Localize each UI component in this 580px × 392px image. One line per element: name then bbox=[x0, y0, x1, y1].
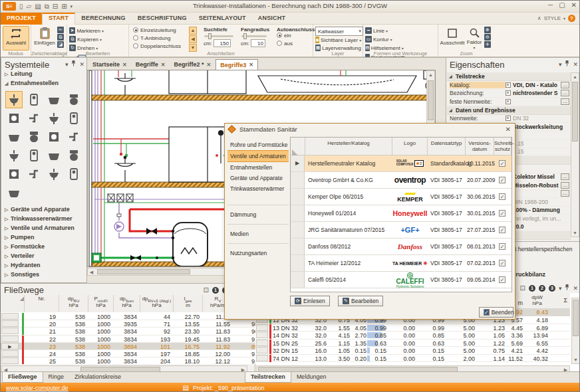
radio-aus[interactable]: aus bbox=[277, 41, 311, 49]
row-selector[interactable] bbox=[291, 239, 305, 254]
radio-t-anbindung[interactable]: T-Anbindung bbox=[133, 35, 189, 43]
fw-row-20[interactable]: 20538100039357113.5511.5598 bbox=[1, 320, 255, 328]
fw-column-header[interactable]: dpRV+Σ (Abgl.)hPa bbox=[140, 295, 174, 312]
fw-row-24[interactable]: 245381000383419718.8512.0091 bbox=[1, 350, 255, 357]
einlesen-button[interactable]: ⟳ Einlesen bbox=[290, 296, 330, 306]
manifold-icon[interactable] bbox=[5, 165, 23, 183]
cistern-icon[interactable] bbox=[65, 128, 82, 146]
property-row[interactable]: Katalog:VDI, DIN - Katalo… bbox=[447, 81, 571, 90]
column-header[interactable]: Schreib-schutz bbox=[494, 138, 511, 155]
view-3-icon[interactable]: 3 bbox=[549, 285, 555, 292]
catalog-row-7[interactable]: TA Heimeier 12/2012TA HEIMEIER ✳VDI 3805… bbox=[291, 255, 511, 272]
ellipsis-button[interactable]: … bbox=[561, 90, 569, 96]
fangradius-input[interactable] bbox=[251, 39, 265, 47]
radio-ein[interactable]: ein bbox=[277, 33, 311, 41]
ellipsis-button[interactable]: … bbox=[561, 190, 569, 197]
row-selector[interactable] bbox=[1, 357, 19, 364]
washbasin-icon[interactable] bbox=[5, 91, 23, 108]
dialog-menu-trinkwassererw-rmer[interactable]: Trinkwassererwärmer bbox=[227, 183, 289, 194]
fangradius-slider[interactable] bbox=[241, 35, 267, 37]
fw-column-header[interactable]: dpSumhPa bbox=[114, 295, 140, 312]
ts-row-13[interactable]: 13 DN 3232.01.554.050.990.000.995.001.23… bbox=[255, 324, 570, 332]
collapse-ribbon-icon[interactable]: ∧ bbox=[537, 15, 541, 21]
bottom-tab-zirkulationskreise[interactable]: Zirkulationskreise bbox=[69, 372, 126, 383]
scroll-up-icon[interactable]: ▲ bbox=[427, 71, 434, 78]
catalog-row-3[interactable]: Kemper Olpe 06/2015▰▰▰KEMPERVDI 3805-173… bbox=[291, 189, 511, 205]
bearbeiten-button[interactable]: ✎ Bearbeiten bbox=[338, 296, 383, 306]
row-selector[interactable] bbox=[1, 336, 19, 342]
chevron-down-icon[interactable]: ▾ bbox=[65, 61, 69, 68]
catalog-row-8[interactable]: Caleffi 05/2014G CALEFFIHydronic Solutio… bbox=[291, 272, 511, 288]
bottom-tab-teilstrecken[interactable]: Teilstrecken bbox=[245, 372, 291, 383]
fw-row-22[interactable]: 225381000383419319.4511.8391 bbox=[1, 336, 255, 343]
catalog-row-6[interactable]: Danfoss 08/2012DanfossVDI 3805-1708.01.2… bbox=[291, 239, 511, 255]
suchtiefe-input[interactable] bbox=[214, 39, 231, 47]
suchtiefe-slider[interactable] bbox=[204, 35, 233, 37]
row-selector[interactable]: ▶ bbox=[1, 343, 19, 349]
chevron-down-icon[interactable]: ▾ bbox=[559, 61, 562, 68]
valve-group-icon[interactable] bbox=[65, 147, 82, 164]
tab-ansicht[interactable]: ANSICHT bbox=[252, 13, 291, 25]
tree-item-entnahmestellen[interactable]: ◢Entnahmestellen bbox=[1, 80, 86, 89]
dock-icon[interactable]: ⊡ bbox=[204, 286, 209, 294]
column-header[interactable]: Logo bbox=[392, 138, 428, 155]
close-icon[interactable]: ✕ bbox=[573, 61, 578, 68]
tab-close-icon[interactable]: ✕ bbox=[161, 62, 166, 68]
tab-beschriftung[interactable]: BESCHRIFTUNG bbox=[132, 13, 193, 25]
tree-item-hydranten[interactable]: ▷Hydranten bbox=[1, 262, 86, 271]
row-selector[interactable] bbox=[291, 172, 305, 188]
wc-icon[interactable] bbox=[45, 110, 63, 127]
column-header[interactable]: Datensatztyp bbox=[428, 138, 466, 155]
ts-row-32[interactable]: 32 DN 1516.01.050.150.150.000.155.000.75… bbox=[255, 347, 570, 355]
style-selector[interactable]: ∧ STYLE ▾ ? bbox=[537, 15, 575, 22]
pedestal-basin-icon[interactable] bbox=[45, 147, 63, 164]
scroll-up-icon[interactable]: ▲ bbox=[571, 73, 579, 80]
shower-panel-icon[interactable] bbox=[25, 91, 43, 108]
bathtub-icon[interactable] bbox=[45, 91, 63, 108]
write-protect-cell[interactable]: ✓ bbox=[499, 189, 506, 205]
tree-item-pumpen[interactable]: ▷Pumpen bbox=[1, 234, 86, 243]
scroll-down-icon[interactable]: ▼ bbox=[571, 229, 579, 237]
radio-einzelzuleitung[interactable]: Einzelzuleitung bbox=[133, 27, 189, 35]
dialog-title-bar[interactable]: Stammdaten Sanitär ✕ bbox=[225, 124, 515, 136]
write-protect-cell[interactable]: ✓ bbox=[499, 155, 506, 171]
row-selector[interactable] bbox=[291, 255, 305, 271]
faktor-button[interactable]: Faktor ▾ bbox=[466, 26, 483, 50]
view-1-icon[interactable]: 1 bbox=[212, 287, 219, 294]
fw-column-header[interactable]: lgesm bbox=[174, 295, 203, 312]
write-protect-cell[interactable]: ✓ bbox=[499, 222, 506, 238]
cut-icon[interactable]: ✂ bbox=[57, 27, 64, 33]
fw-row-21[interactable]: 21538100038349223.3011.8390 bbox=[1, 328, 255, 335]
fw-row-25[interactable]: 255381000383420418.1012.1291 bbox=[1, 357, 255, 364]
linie-button[interactable]: ━Linie▾ bbox=[365, 27, 400, 35]
fw-column-header[interactable]: dpRUhPa bbox=[59, 295, 88, 312]
properties-scrollbar[interactable]: ▲ ▼ bbox=[571, 72, 579, 237]
row-selector[interactable]: ▶ bbox=[291, 155, 305, 171]
chevron-down-icon[interactable]: ▾ bbox=[559, 285, 562, 292]
dialog-menu-ger-te-und-apparate[interactable]: Geräte und Apparate bbox=[227, 173, 289, 183]
maximize-button[interactable]: ▢ bbox=[559, 1, 565, 9]
fw-row-19[interactable]: 19538100038344422.7011.289 bbox=[1, 313, 255, 320]
write-protect-cell[interactable]: ✓ bbox=[499, 172, 506, 188]
doc-tab-Begriffe[interactable]: Begriffe✕ bbox=[132, 59, 170, 70]
dialog-menu-entnahmestellen[interactable]: Entnahmestellen bbox=[227, 162, 289, 173]
scroll-left-icon[interactable]: ◀ bbox=[88, 268, 95, 276]
style-dropdown-icon[interactable]: ▾ bbox=[563, 16, 565, 21]
row-selector[interactable] bbox=[291, 272, 305, 288]
ausschnitt-button[interactable]: Ausschnitt bbox=[440, 26, 464, 50]
tab-seitenlayout[interactable]: SEITENLAYOUT bbox=[193, 13, 252, 25]
fountain-icon[interactable] bbox=[45, 165, 63, 183]
zoom-out-icon[interactable]: ⊖ bbox=[484, 34, 491, 41]
close-icon[interactable]: ✕ bbox=[79, 61, 84, 68]
markieren-button[interactable]: ➤Markieren▾ bbox=[69, 27, 104, 35]
website-link[interactable]: www.solar-computer.de bbox=[6, 385, 69, 391]
tree-item-leitung[interactable]: ▷Leitung bbox=[1, 70, 86, 80]
hand-basin-icon[interactable] bbox=[25, 128, 43, 146]
bottom-tab-ringe[interactable]: Ringe bbox=[43, 372, 70, 383]
row-selector[interactable] bbox=[291, 205, 305, 221]
ellipsis-button[interactable]: … bbox=[561, 173, 569, 180]
kontur-button[interactable]: ▭Kontur▾ bbox=[365, 35, 400, 43]
dialog-menu-rohre-und-formst-cke[interactable]: Rohre und Formstücke bbox=[227, 140, 289, 150]
property-section[interactable]: Daten und Ergebnisse bbox=[447, 106, 571, 115]
write-protect-cell[interactable]: ✓ bbox=[499, 255, 506, 271]
